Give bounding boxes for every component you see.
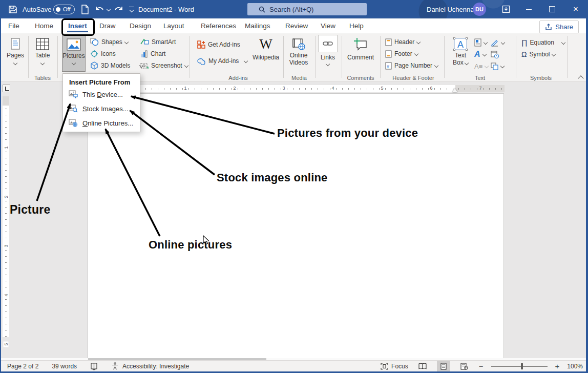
focus-mode-button[interactable]: Focus: [381, 363, 408, 370]
tab-home[interactable]: Home: [33, 18, 55, 33]
minimize-button[interactable]: [518, 0, 539, 18]
chart-button[interactable]: Chart: [140, 49, 165, 59]
group-label-text: Text: [459, 75, 500, 81]
vertical-ruler: 1 2 3 4 5: [3, 96, 9, 337]
proofing-icon[interactable]: [90, 362, 98, 370]
my-add-ins-button[interactable]: My Add-ins: [197, 56, 247, 66]
smartart-button[interactable]: SmartArt: [140, 37, 176, 47]
text-box-icon: A: [453, 36, 468, 52]
links-button[interactable]: Links: [316, 35, 340, 72]
close-button[interactable]: ×: [565, 0, 586, 18]
status-bar: Page 2 of 2 39 words Accessibility: Inve…: [0, 360, 588, 371]
object-icon: [491, 63, 498, 70]
customize-quick-access-button[interactable]: [129, 0, 134, 18]
tab-help[interactable]: Help: [347, 18, 366, 33]
tab-view[interactable]: View: [319, 18, 338, 33]
pages-button[interactable]: Pages: [4, 35, 27, 72]
menu-item-stock-images[interactable]: Stock Images...: [63, 101, 140, 116]
date-time-button[interactable]: [491, 49, 499, 59]
header-button[interactable]: Header: [385, 37, 420, 47]
signature-line-icon: [491, 39, 499, 47]
zoom-level[interactable]: 100%: [567, 363, 583, 370]
tab-design[interactable]: Design: [128, 18, 153, 33]
shapes-icon: [90, 38, 99, 46]
comment-button[interactable]: Comment: [344, 35, 377, 72]
svg-text:A: A: [457, 39, 464, 50]
redo-button[interactable]: [114, 0, 124, 18]
undo-chevron-icon[interactable]: [107, 7, 111, 11]
group-label-comments: Comments: [340, 75, 381, 81]
object-button[interactable]: [491, 61, 504, 71]
search-input[interactable]: Search (Alt+Q): [247, 3, 367, 15]
title-bar: AutoSave Off Document2 - Word Search (Al…: [0, 0, 588, 18]
accessibility-status[interactable]: Accessibility: Investigate: [111, 362, 189, 370]
menu-item-this-device[interactable]: This Device...: [63, 87, 140, 101]
page-number-button[interactable]: # Page Number: [385, 60, 438, 71]
menu-item-online-pictures[interactable]: Online Pictures...: [63, 116, 140, 130]
chart-icon: [140, 50, 148, 58]
footer-icon: [385, 50, 392, 58]
tab-review[interactable]: Review: [283, 18, 310, 33]
table-icon: [36, 36, 49, 52]
screenshot-icon: [140, 62, 149, 69]
print-layout-button[interactable]: [437, 361, 450, 371]
save-icon[interactable]: [8, 0, 18, 18]
wikipedia-button[interactable]: W Wikipedia: [252, 35, 280, 72]
smartart-icon: [140, 38, 149, 46]
shapes-button[interactable]: Shapes: [90, 37, 128, 47]
accessibility-icon: [111, 362, 119, 370]
group-label-symbols: Symbols: [520, 75, 561, 81]
annotation-pictures-from-device: Pictures from your device: [277, 127, 418, 140]
drop-cap-button[interactable]: A≡: [474, 61, 488, 71]
table-button[interactable]: Table: [31, 35, 54, 72]
new-document-icon[interactable]: [81, 0, 89, 18]
3d-models-button[interactable]: 3D Models: [90, 60, 143, 71]
web-layout-button[interactable]: [458, 361, 471, 371]
right-indent-marker[interactable]: [452, 88, 457, 92]
tab-references[interactable]: References: [199, 18, 238, 33]
pictures-button[interactable]: Pictures: [62, 35, 86, 72]
search-icon: [259, 6, 265, 13]
window-border-right: [586, 18, 588, 373]
text-box-button[interactable]: A TextBox: [449, 35, 472, 72]
undo-button[interactable]: [94, 0, 110, 18]
share-icon: [545, 24, 552, 31]
tab-selector[interactable]: [3, 85, 10, 92]
collapse-ribbon-icon[interactable]: [578, 75, 583, 81]
tab-draw[interactable]: Draw: [97, 18, 118, 33]
wikipedia-icon: W: [259, 36, 272, 52]
symbol-button[interactable]: Ω Symbol: [521, 49, 555, 59]
autosave-toggle[interactable]: Off: [53, 0, 75, 18]
insert-picture-menu: Insert Picture From This Device... Stock…: [62, 73, 140, 132]
read-mode-button[interactable]: [416, 361, 429, 371]
word-count[interactable]: 39 words: [52, 363, 77, 370]
get-add-ins-button[interactable]: Get Add-ins: [197, 39, 240, 50]
horizontal-ruler: 1 2 3 4 5 6: [136, 85, 455, 92]
zoom-slider-handle[interactable]: [521, 363, 523, 369]
ruler-right-margin: 7: [455, 85, 505, 92]
comment-icon: [353, 36, 368, 52]
online-videos-button[interactable]: OnlineVideos: [286, 35, 311, 72]
share-button[interactable]: Share: [539, 20, 579, 33]
tab-mailings[interactable]: Mailings: [243, 18, 272, 33]
zoom-slider[interactable]: [491, 366, 548, 367]
menu-title: Insert Picture From: [63, 74, 140, 87]
screenshot-button[interactable]: Screenshot: [140, 60, 188, 71]
footer-button[interactable]: Footer: [385, 49, 418, 59]
icons-button[interactable]: Icons: [90, 49, 116, 59]
equation-button[interactable]: ∏ Equation: [521, 37, 565, 48]
quick-parts-button[interactable]: [474, 37, 487, 48]
page-indicator[interactable]: Page 2 of 2: [7, 363, 38, 370]
wordart-button[interactable]: A: [474, 49, 486, 59]
zoom-out-button[interactable]: −: [479, 362, 484, 370]
zoom-in-button[interactable]: +: [555, 362, 560, 370]
tab-file[interactable]: File: [6, 18, 22, 33]
user-name[interactable]: Daniel Uchenna: [427, 0, 474, 18]
document-title: Document2 - Word: [138, 0, 194, 18]
pictures-icon: [67, 37, 81, 52]
ribbon-display-options-button[interactable]: [496, 0, 516, 18]
avatar[interactable]: DU: [473, 0, 486, 18]
signature-line-button[interactable]: [491, 37, 505, 48]
maximize-button[interactable]: [542, 0, 562, 18]
tab-layout[interactable]: Layout: [161, 18, 186, 33]
